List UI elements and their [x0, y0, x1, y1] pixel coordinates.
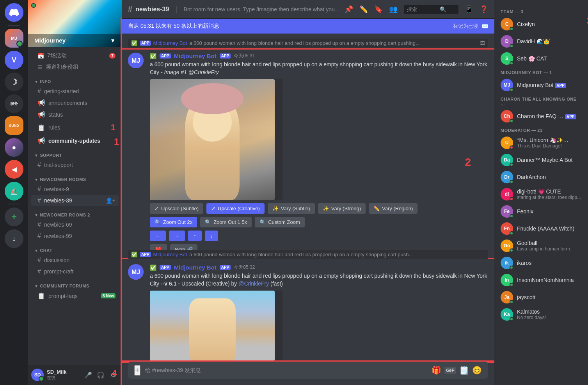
message-avatar-1: MJ — [128, 53, 144, 68]
member-darkarchon[interactable]: Dr DarkArchon — [497, 169, 585, 186]
notification-text: 自从 05:31 以来有 50 条以上的新消息 — [128, 23, 219, 30]
member-davidh[interactable]: D DavidH 🌊👑 — [497, 33, 585, 50]
member-name-jayscott: jayscott — [517, 294, 582, 300]
image-placeholder-2 — [150, 291, 275, 361]
arrow-right-button[interactable]: → — [169, 231, 185, 241]
sidebar-item-announcements[interactable]: 📢 announcements — [31, 97, 119, 108]
avatar-goofball: Go — [501, 240, 513, 252]
server-triangle-icon[interactable]: ◀ — [5, 160, 23, 179]
inbox-icon[interactable]: 📱 — [465, 5, 473, 14]
sidebar-item-getting-started[interactable]: # getting-started — [31, 86, 119, 97]
notification-bar[interactable]: 自从 05:31 以来有 50 条以上的新消息 标记为已读 ✉️ — [122, 19, 494, 34]
member-name-danner: Danner™ Maybe A Bot — [517, 157, 582, 163]
upscale-creative-button[interactable]: ⤢ Upscale (Creative) — [206, 203, 265, 214]
channel-name-newbies-69: newbies-69 — [44, 222, 72, 228]
members-icon[interactable]: 👥 — [389, 5, 398, 14]
server-header[interactable]: Midjourney ▼ — [28, 0, 122, 47]
sidebar-item-newbies-9[interactable]: # newbies-9 — [31, 184, 119, 195]
mark-read-button[interactable]: 标记为已读 — [453, 23, 478, 30]
download-app-button[interactable]: ↓ — [5, 229, 23, 248]
sidebar-item-newbies-69[interactable]: # newbies-69 — [31, 219, 119, 230]
gift-icon[interactable]: 🎁 — [432, 365, 441, 375]
message-suffix-1: - Image #1 @CrinkleFry — [161, 69, 219, 75]
member-cixelyn[interactable]: C Cixelyn — [497, 16, 585, 33]
member-feonix[interactable]: Fe Feonix — [497, 203, 585, 220]
mute-button[interactable]: 🎤 — [83, 369, 94, 380]
preview-text-2: a 600 pound woman with long blonde hair … — [189, 252, 413, 257]
icon-bar-separator-2 — [8, 204, 20, 204]
server-sund-icon[interactable]: SUND — [5, 116, 23, 135]
pin-icon[interactable]: 📌 — [345, 5, 353, 14]
member-ms-unicorn[interactable]: U *Ms. Unicorn 🦄✨… This is Dual Damage! — [497, 134, 585, 151]
search-input[interactable] — [407, 6, 438, 12]
deafen-button[interactable]: 🎧 — [95, 369, 106, 380]
server-midjourney-icon[interactable]: MJ — [5, 29, 23, 48]
server-moon-icon[interactable]: ☽ — [5, 73, 23, 91]
add-server-button[interactable]: + — [5, 208, 23, 226]
member-status-digi-bot: staring at the stars, toes dipp... — [517, 195, 582, 200]
sidebar-item-newbies-99[interactable]: # newbies-99 — [31, 231, 119, 241]
pencil-icon[interactable]: ✏️ — [359, 5, 368, 14]
sidebar-activities[interactable]: 📅 7场活动 7 — [31, 50, 119, 61]
member-charon[interactable]: Ch Charon the FAQ … APP — [497, 108, 585, 125]
sticker-icon[interactable]: 🗒️ — [459, 365, 469, 375]
zoom-out-2x-button[interactable]: 🔍 Zoom Out 2x — [150, 217, 197, 227]
upscale-subtle-button[interactable]: ⤢ Upscale (Subtle) — [150, 203, 203, 214]
arrow-up-button[interactable]: ↑ — [188, 231, 202, 241]
message-author-1: Midjourney Bot — [174, 53, 217, 59]
channel-header-desc: Bot room for new users. Type /imagine th… — [184, 6, 341, 12]
vary-subtle-button[interactable]: ✨ Vary (Subtle) — [268, 203, 315, 214]
member-seb[interactable]: S Seb 🌸 CAT — [497, 50, 585, 67]
avatar-fnuckle: Fn — [501, 222, 513, 235]
messages-area[interactable]: 2 自从 05:31 以来有 50 条以上的新消息 标记为已读 ✉️ 2024年… — [122, 19, 494, 362]
member-jayscott[interactable]: Ja jayscott — [497, 289, 585, 306]
bookmark-icon[interactable]: 🔖 — [374, 5, 383, 14]
help-icon[interactable]: ❓ — [480, 5, 488, 14]
member-name-mj-bot: Midjourney Bot APP — [517, 82, 582, 88]
member-digi-bot[interactable]: di digi-bot! 💗 CUTE staring at the stars… — [497, 186, 585, 203]
member-mj-bot[interactable]: MJ Midjourney Bot APP — [497, 76, 585, 94]
member-fnuckle[interactable]: Fn Fnuckle (AAAAA Witch) — [497, 220, 585, 237]
sidebar-item-rules[interactable]: 📋 rules 1 — [31, 121, 119, 135]
sidebar-content: 📅 7场活动 7 ☰ 频道和身份组 ▼ INFO # getting-start… — [28, 47, 122, 365]
search-box[interactable]: 🔍 — [404, 5, 458, 14]
server-v-icon[interactable]: V — [5, 51, 23, 69]
member-kalmatos[interactable]: Ka Kalmatos No zero days! — [497, 306, 585, 323]
message-input[interactable] — [145, 363, 427, 378]
sidebar-item-newbies-39[interactable]: # newbies-39 👤+ — [31, 195, 119, 206]
sidebar-item-community-updates[interactable]: 📢 community-updates — [31, 135, 119, 146]
sidebar-item-prompt-craft[interactable]: # prompt-craft — [31, 266, 119, 277]
channel-name-getting-started: getting-started — [44, 88, 79, 94]
arrow-down-button[interactable]: ↓ — [205, 231, 219, 241]
discord-home-button[interactable] — [5, 3, 23, 22]
attach-button[interactable]: + — [134, 365, 140, 376]
upscale-creative-label: Upscale (Creative) — [218, 206, 260, 211]
arrow-left-icon: ← — [155, 233, 160, 239]
emoji-icon[interactable]: 😊 — [472, 365, 482, 375]
server-leaf-icon[interactable]: ⛵ — [5, 182, 23, 200]
member-danner[interactable]: Da Danner™ Maybe A Bot — [497, 151, 585, 169]
channel-header-name: newbies-39 — [135, 6, 169, 13]
status-charon — [510, 119, 513, 123]
sidebar-item-discussion[interactable]: # discussion — [31, 255, 119, 266]
zoom-out-1-5x-button[interactable]: 🔍 Zoom Out 1.5x — [200, 217, 252, 227]
vary-strong-button[interactable]: ✨ Vary (Strong) — [318, 203, 366, 214]
member-insomnom[interactable]: In InsomNomNomNomnia — [497, 271, 585, 289]
sidebar-channels[interactable]: ☰ 频道和身份组 — [31, 62, 119, 73]
server-purple-icon[interactable]: ● — [5, 138, 23, 157]
section-charon: CHARON THE ALL KNOWING ONE … — [497, 94, 585, 108]
sidebar-item-trial-support[interactable]: # trial-support — [31, 160, 119, 170]
vary-subtle-label: Vary (Subtle) — [281, 206, 310, 211]
sidebar-item-prompt-faqs[interactable]: 📋 prompt-faqs 5 New — [31, 290, 119, 302]
calendar-icon: 📅 — [37, 53, 44, 59]
gif-button[interactable]: GIF — [444, 367, 456, 374]
channel-name-trial-support: trial-support — [44, 162, 73, 168]
sidebar-item-status[interactable]: 📢 status — [31, 109, 119, 120]
message-group-1: ✅ APP Midjourney Bot a 600 pound woman w… — [122, 50, 494, 258]
custom-zoom-button[interactable]: 🔍 Custom Zoom — [255, 217, 305, 227]
server-service-icon[interactable]: 服务 — [5, 94, 23, 113]
member-goofball[interactable]: Go Goofball Lava lamp in human form — [497, 237, 585, 254]
member-ikaros[interactable]: ik ikaros — [497, 254, 585, 271]
arrow-left-button[interactable]: ← — [150, 231, 166, 241]
vary-region-button[interactable]: ✏️ Vary (Region) — [369, 203, 417, 214]
